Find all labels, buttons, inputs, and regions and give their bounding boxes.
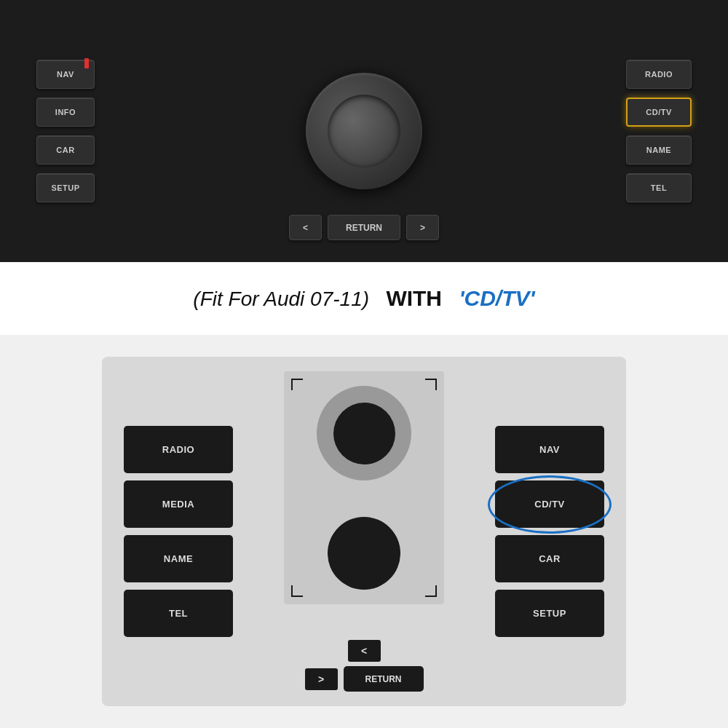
sticker-radio-button[interactable]: RADIO [124, 426, 233, 473]
main-knob[interactable] [306, 73, 422, 189]
sticker-name-button[interactable]: NAME [124, 535, 233, 582]
corner-tl [291, 379, 303, 390]
nav-button[interactable]: NAV [36, 60, 95, 89]
knob-inner [328, 95, 400, 167]
sticker-media-button[interactable]: MEDIA [124, 480, 233, 528]
sticker-center-area: < > RETURN [269, 371, 459, 692]
radio-button[interactable]: RADIO [626, 60, 692, 89]
sticker-section: RADIO MEDIA NAME TEL [0, 335, 728, 728]
setup-button[interactable]: SETUP [36, 173, 95, 202]
sticker-right-buttons: NAV CD/TV CAR SETUP [495, 426, 604, 637]
description-text: (Fit For Audi 07-11) WITH 'CD/TV' [193, 286, 534, 311]
car-button[interactable]: CAR [36, 135, 95, 165]
tel-button[interactable]: TEL [626, 173, 692, 202]
right-button-group: RADIO CD/TV NAME TEL [626, 60, 692, 202]
sticker-knob-background [284, 371, 444, 604]
with-label: WITH [386, 286, 442, 310]
prefix-text: (Fit For Audi 07-11) [193, 288, 369, 310]
sticker-left-arrow[interactable]: < [348, 640, 381, 662]
return-button[interactable]: RETURN [328, 215, 400, 240]
sticker-setup-button[interactable]: SETUP [495, 590, 604, 637]
sticker-outer-ring [317, 386, 411, 480]
sticker-return-button[interactable]: RETURN [344, 666, 424, 692]
cdtv-label: 'CD/TV' [459, 286, 534, 310]
sticker-scroll-circle [328, 517, 400, 590]
sticker-right-arrow[interactable]: > [305, 668, 338, 690]
sticker-nav-button[interactable]: NAV [495, 426, 604, 473]
photo-section: NAV INFO CAR SETUP RADIO CD/TV [0, 0, 728, 262]
sticker-left-buttons: RADIO MEDIA NAME TEL [124, 426, 233, 637]
sticker-tel-button[interactable]: TEL [124, 590, 233, 637]
sticker-card: RADIO MEDIA NAME TEL [102, 357, 626, 706]
sticker-cdtv-button[interactable]: CD/TV [495, 480, 604, 528]
console-background: NAV INFO CAR SETUP RADIO CD/TV [0, 0, 728, 262]
sticker-car-button[interactable]: CAR [495, 535, 604, 582]
sticker-cdtv-wrapper: CD/TV [495, 480, 604, 528]
corner-bl [291, 585, 303, 597]
corner-br [425, 585, 437, 597]
name-button[interactable]: NAME [626, 135, 692, 165]
description-section: (Fit For Audi 07-11) WITH 'CD/TV' [0, 262, 728, 335]
right-arrow-button[interactable]: > [406, 215, 439, 240]
cdtv-button-highlighted[interactable]: CD/TV [626, 98, 692, 127]
sticker-inner-circle [333, 403, 395, 464]
nav-accent [84, 58, 89, 68]
bottom-nav-group: < RETURN > [289, 215, 439, 240]
sticker-nav-area: < > RETURN [269, 640, 459, 692]
left-arrow-button[interactable]: < [289, 215, 322, 240]
corner-tr [425, 379, 437, 390]
left-button-group: NAV INFO CAR SETUP [36, 60, 95, 202]
center-knob-area [248, 29, 480, 233]
info-button[interactable]: INFO [36, 98, 95, 127]
